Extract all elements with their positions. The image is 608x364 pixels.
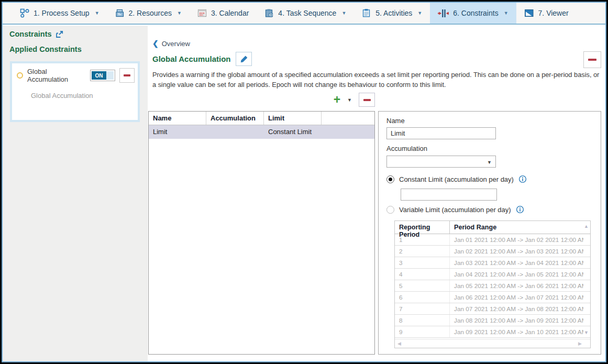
constant-limit-radio-row[interactable]: Constant Limit (accumulation per day) xyxy=(386,175,527,183)
period-table-header: Reporting Period Period Range xyxy=(395,221,590,234)
tab-label: 6. Constraints xyxy=(453,9,498,17)
variable-limit-label: Variable Limit (accumulation per day) xyxy=(399,206,511,214)
period-range: Jan 07 2021 12:00 AM -> Jan 08 2021 12:0… xyxy=(450,305,583,313)
variable-limit-radio-row[interactable]: Variable Limit (accumulation per day) xyxy=(386,205,524,214)
toggle-off-segment xyxy=(106,71,114,80)
variable-limit-radio[interactable] xyxy=(386,206,394,214)
constant-limit-radio[interactable] xyxy=(386,175,394,183)
scroll-left-icon[interactable]: ◀ xyxy=(397,341,401,346)
resources-icon xyxy=(115,8,125,18)
period-range: Jan 02 2021 12:00 AM -> Jan 03 2021 12:0… xyxy=(450,248,583,255)
constraint-card-row[interactable]: Global Accumulation ON xyxy=(12,63,138,83)
chevron-down-icon: ▼ xyxy=(504,10,508,16)
tab-calendar[interactable]: 3. Calendar xyxy=(190,3,257,24)
period-range: Jan 04 2021 12:00 AM -> Jan 05 2021 12:0… xyxy=(450,271,583,278)
overview-back-link[interactable]: ❮ Overview xyxy=(152,39,190,48)
period-row[interactable]: 8 Jan 08 2021 12:00 AM -> Jan 09 2021 12… xyxy=(395,315,590,326)
period-row[interactable]: 1 Jan 01 2021 12:00 AM -> Jan 02 2021 12… xyxy=(395,234,590,246)
on-off-toggle[interactable]: ON xyxy=(90,70,115,81)
scroll-up-icon[interactable]: ▲ xyxy=(584,224,589,229)
period-range: Jan 06 2021 12:00 AM -> Jan 07 2021 12:0… xyxy=(450,294,583,301)
tab-viewer[interactable]: 7. Viewer xyxy=(516,3,577,24)
minus-icon xyxy=(588,59,596,61)
calendar-icon xyxy=(197,8,207,18)
add-limit-button[interactable]: + xyxy=(334,94,340,106)
tab-task-sequence[interactable]: 4. Task Sequence ▼ xyxy=(257,3,354,24)
limit-details-panel: Name Accumulation ▼ Constant Limit (accu… xyxy=(378,111,601,355)
chevron-down-icon: ▼ xyxy=(487,160,492,165)
tab-label: 1. Process Setup xyxy=(34,9,90,17)
constraint-detail-area: ❮ Overview Global Accumulation Provides … xyxy=(148,26,605,361)
tab-label: 4. Task Sequence xyxy=(278,9,336,17)
remove-global-accumulation-button[interactable] xyxy=(583,51,601,68)
column-header-name[interactable]: Name xyxy=(149,112,206,125)
info-icon[interactable] xyxy=(518,175,527,183)
name-label: Name xyxy=(386,117,405,125)
tab-label: 3. Calendar xyxy=(211,9,249,17)
period-row[interactable]: 9 Jan 09 2021 12:00 AM -> Jan 10 2021 12… xyxy=(395,326,590,338)
chevron-down-icon: ▼ xyxy=(177,10,182,16)
chevron-left-icon: ❮ xyxy=(152,39,159,48)
delete-limit-button[interactable] xyxy=(359,93,375,107)
horizontal-scrollbar[interactable]: ◀ ▶ xyxy=(395,339,590,348)
table-row[interactable]: Limit Constant Limit xyxy=(149,125,374,139)
period-row[interactable]: 7 Jan 07 2021 12:00 AM -> Jan 08 2021 12… xyxy=(395,303,590,315)
period-row[interactable]: 6 Jan 06 2021 12:00 AM -> Jan 07 2021 12… xyxy=(395,292,590,303)
period-row[interactable]: 3 Jan 03 2021 12:00 AM -> Jan 04 2021 12… xyxy=(395,257,590,269)
cell-accumulation xyxy=(206,125,264,139)
applied-constraint-card[interactable]: Global Accumulation ON Global Accumulati… xyxy=(10,61,140,122)
tab-label: 7. Viewer xyxy=(538,9,569,17)
tab-activities[interactable]: 5. Activities ▼ xyxy=(354,3,430,24)
minus-icon xyxy=(363,99,371,101)
period-number: 5 xyxy=(395,280,450,291)
add-options-caret[interactable]: ▼ xyxy=(347,97,352,103)
tab-resources[interactable]: 2. Resources ▼ xyxy=(107,3,190,24)
limits-toolbar: + ▼ xyxy=(148,93,375,107)
sidebar-title: Constraints xyxy=(9,30,63,38)
sidebar-title-label: Constraints xyxy=(9,30,52,38)
app-window: 1. Process Setup ▼ 2. Resources ▼ xyxy=(2,2,606,362)
period-range: Jan 05 2021 12:00 AM -> Jan 06 2021 12:0… xyxy=(450,282,583,290)
column-header-reporting-period[interactable]: Reporting Period xyxy=(395,221,450,234)
period-number: 4 xyxy=(395,269,450,280)
info-icon[interactable] xyxy=(516,205,524,214)
period-row[interactable]: 2 Jan 02 2021 12:00 AM -> Jan 03 2021 12… xyxy=(395,246,590,257)
period-range: Jan 08 2021 12:00 AM -> Jan 09 2021 12:0… xyxy=(450,317,583,324)
edit-title-button[interactable] xyxy=(236,52,252,66)
constant-limit-label: Constant Limit (accumulation per day) xyxy=(399,175,514,183)
toggle-on-label: ON xyxy=(92,71,106,80)
external-link-icon[interactable] xyxy=(56,30,63,38)
applied-constraints-heading: Applied Constraints xyxy=(9,45,82,53)
period-range: Jan 03 2021 12:00 AM -> Jan 04 2021 12:0… xyxy=(450,259,583,267)
scroll-down-icon[interactable]: ▼ xyxy=(584,330,589,335)
accumulation-select[interactable]: ▼ xyxy=(386,156,496,168)
tab-constraints[interactable]: 6. Constraints ▼ xyxy=(430,3,516,24)
task-sequence-icon xyxy=(264,8,274,18)
period-number: 1 xyxy=(395,234,450,245)
page-title-row: Global Accumulation xyxy=(152,52,252,66)
period-range: Jan 09 2021 12:00 AM -> Jan 10 2021 12:0… xyxy=(450,328,583,336)
constant-limit-input[interactable] xyxy=(401,189,497,201)
column-header-accumulation[interactable]: Accumulation xyxy=(206,112,264,125)
period-number: 2 xyxy=(395,246,450,257)
remove-constraint-button[interactable] xyxy=(119,68,135,83)
tab-label: 5. Activities xyxy=(375,9,412,17)
period-row[interactable]: 4 Jan 04 2021 12:00 AM -> Jan 05 2021 12… xyxy=(395,269,590,280)
column-header-limit[interactable]: Limit xyxy=(264,112,322,125)
chevron-down-icon: ▼ xyxy=(341,10,346,16)
reporting-period-table: Reporting Period Period Range 1 Jan 01 2… xyxy=(394,220,591,348)
scroll-right-icon[interactable]: ▶ xyxy=(578,341,582,346)
column-header-period-range[interactable]: Period Range xyxy=(450,221,590,234)
constraints-sidebar: Constraints Applied Constraints Global A… xyxy=(3,26,148,361)
chevron-down-icon: ▼ xyxy=(417,10,422,16)
name-input[interactable] xyxy=(386,127,496,139)
accumulation-label: Accumulation xyxy=(386,145,427,152)
constraint-sub-item[interactable]: Global Accumulation xyxy=(31,92,138,100)
constraint-name: Global Accumulation xyxy=(27,68,86,83)
limits-table: Name Accumulation Limit Limit Constant L… xyxy=(148,111,375,355)
period-range: Jan 01 2021 12:00 AM -> Jan 02 2021 12:0… xyxy=(450,236,583,244)
tab-process-setup[interactable]: 1. Process Setup ▼ xyxy=(12,3,107,24)
back-link-label: Overview xyxy=(162,40,190,48)
status-circle-icon xyxy=(17,72,23,79)
period-row[interactable]: 5 Jan 05 2021 12:00 AM -> Jan 06 2021 12… xyxy=(395,280,590,292)
